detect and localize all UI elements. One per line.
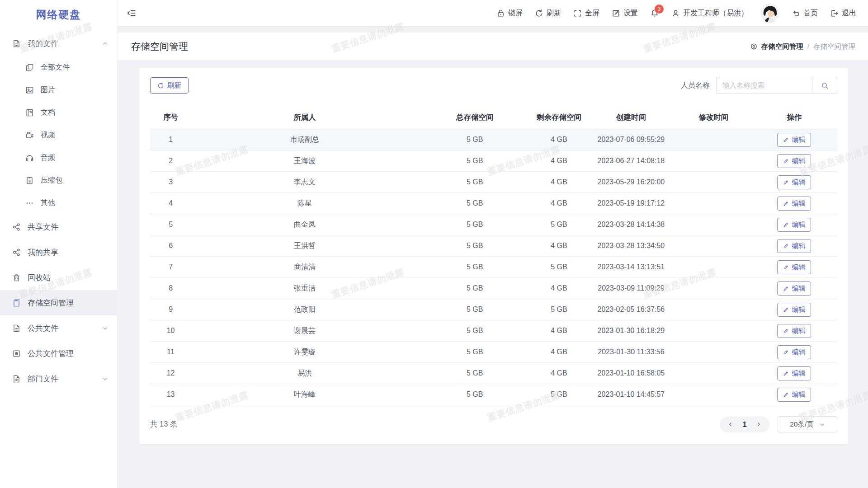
sidebar-item-recycle-bin[interactable]: 回收站 [0,265,117,290]
row-index: 8 [150,278,191,299]
collapse-sidebar-icon[interactable] [127,7,138,19]
sidebar-item-audio[interactable]: 音频 [0,146,117,169]
sidebar-item-department-files[interactable]: 部门文件 [0,366,117,391]
table-refresh-button[interactable]: 刷新 [150,77,189,94]
table-row[interactable]: 8张重洁5 GB4 GB2023-03-09 11:09:29编辑 [150,278,837,299]
row-created-time: 2023-01-30 11:33:56 [586,342,676,363]
lock-screen-button[interactable]: 锁屏 [496,9,523,18]
table-row[interactable]: 6王洪哲5 GB4 GB2023-03-28 13:34:50编辑 [150,235,837,257]
row-index: 10 [150,320,191,342]
sidebar-item-my-shares[interactable]: 我的共享 [0,239,117,265]
sidebar-item-shared-files[interactable]: 共享文件 [0,214,117,239]
row-total-storage: 5 GB [418,193,532,214]
row-owner: 许雯璇 [191,342,418,363]
row-actions: 编辑 [751,129,837,150]
home-button[interactable]: 首页 [792,9,818,18]
user-role[interactable]: 开发工程师（易洪） [671,9,748,18]
search-icon [821,82,829,89]
chevron-up-icon [102,41,108,47]
col-owner: 所属人 [191,106,418,129]
edit-button[interactable]: 编辑 [777,133,811,147]
sidebar-label: 回收站 [28,272,51,283]
edit-button[interactable]: 编辑 [777,175,811,189]
edit-button[interactable]: 编辑 [777,218,811,232]
sidebar-item-archives[interactable]: 压缩包 [0,169,117,192]
sidebar-item-public-files[interactable]: 公共文件 [0,315,117,341]
page-size-select[interactable]: 20条/页 [778,416,837,432]
col-index: 序号 [150,106,191,129]
table-row[interactable]: 3李志文5 GB4 GB2023-05-29 16:20:00编辑 [150,172,837,193]
row-owner: 王海波 [191,150,418,172]
row-total-storage: 5 GB [418,342,532,363]
table-row[interactable]: 12易洪5 GB4 GB2023-01-10 16:58:05编辑 [150,363,837,384]
edit-button[interactable]: 编辑 [777,282,811,296]
col-remaining-storage: 剩余存储空间 [532,106,587,129]
table-row[interactable]: 9范政阳5 GB5 GB2023-02-05 16:37:56编辑 [150,299,837,320]
prev-page-button[interactable] [724,417,737,432]
sidebar-label: 视频 [41,131,55,140]
table-row[interactable]: 4陈星5 GB4 GB2023-05-19 19:17:12编辑 [150,193,837,214]
row-total-storage: 5 GB [418,172,532,193]
sidebar-item-videos[interactable]: 视频 [0,124,117,146]
edit-label: 编辑 [792,369,805,378]
row-actions: 编辑 [751,193,837,214]
sidebar-label: 文档 [41,108,55,117]
settings-button[interactable]: 设置 [612,9,638,18]
table-row[interactable]: 2王海波5 GB4 GB2023-06-27 14:08:18编辑 [150,150,837,172]
fullscreen-button[interactable]: 全屏 [573,9,599,18]
sidebar-item-my-files[interactable]: 我的文件 [0,31,117,56]
edit-button[interactable]: 编辑 [777,239,811,253]
table-row[interactable]: 5曲金凤5 GB5 GB2023-03-28 14:14:38编辑 [150,214,837,235]
table-row[interactable]: 10谢晨芸5 GB4 GB2023-01-30 16:18:29编辑 [150,320,837,342]
breadcrumb-root[interactable]: 存储空间管理 [761,42,803,52]
avatar[interactable] [760,4,779,23]
sidebar-item-others[interactable]: 其他 [0,192,117,214]
sidebar-label: 共享文件 [28,222,58,232]
row-index: 7 [150,257,191,278]
search-input[interactable] [716,77,812,94]
edit-button[interactable]: 编辑 [777,324,811,338]
table-row[interactable]: 13叶海峰5 GB5 GB2023-01-10 14:45:57编辑 [150,384,837,405]
copy-files-icon [25,63,34,72]
row-actions: 编辑 [751,235,837,257]
row-remaining-storage: 5 GB [532,257,587,278]
sidebar-item-all-files[interactable]: 全部文件 [0,56,117,79]
edit-button[interactable]: 编辑 [777,366,811,380]
next-page-button[interactable] [752,417,765,432]
edit-button[interactable]: 编辑 [777,260,811,274]
sidebar-item-public-file-management[interactable]: 公共文件管理 [0,341,117,366]
sidebar-nav: 我的文件 全部文件 图片 文档 [0,29,117,391]
edit-label: 编辑 [792,305,805,314]
edit-label: 编辑 [792,390,805,399]
edit-button[interactable]: 编辑 [777,388,811,402]
logout-button[interactable]: 退出 [830,9,856,18]
row-owner: 谢晨芸 [191,320,418,342]
table-row[interactable]: 7商清清5 GB5 GB2023-03-14 13:13:51编辑 [150,257,837,278]
edit-button[interactable]: 编辑 [777,303,811,317]
page-number[interactable]: 1 [737,420,752,429]
edit-button[interactable]: 编辑 [777,345,811,359]
refresh-button[interactable]: 刷新 [535,9,561,18]
edit-label: 编辑 [792,136,805,144]
row-total-storage: 5 GB [418,299,532,320]
search-button[interactable] [812,77,837,94]
table-row[interactable]: 1市场副总5 GB4 GB2023-07-06 09:55:29编辑 [150,129,837,150]
row-index: 6 [150,235,191,257]
edit-button[interactable]: 编辑 [777,154,811,168]
sidebar-label: 部门文件 [28,374,58,384]
row-actions: 编辑 [751,320,837,342]
sidebar-label: 音频 [41,153,55,163]
notifications-button[interactable]: 3 [650,9,659,18]
edit-button[interactable]: 编辑 [777,197,811,211]
row-created-time: 2023-01-10 14:45:57 [586,384,676,405]
pencil-icon [783,286,789,291]
table-row[interactable]: 11许雯璇5 GB4 GB2023-01-30 11:33:56编辑 [150,342,837,363]
sidebar-item-storage-management[interactable]: 存储空间管理 [0,290,117,315]
row-index: 5 [150,214,191,235]
row-remaining-storage: 4 GB [532,172,587,193]
notification-badge: 3 [655,5,664,14]
sidebar-item-documents[interactable]: 文档 [0,101,117,124]
row-remaining-storage: 5 GB [532,384,587,405]
sidebar-item-images[interactable]: 图片 [0,79,117,101]
pencil-icon [783,201,789,206]
